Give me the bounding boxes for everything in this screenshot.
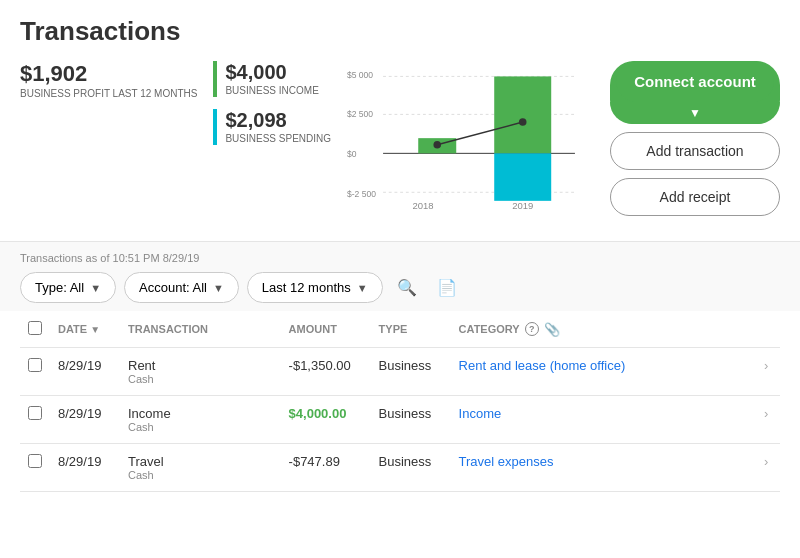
connect-account-chevron[interactable]: ▼ xyxy=(610,102,780,124)
search-button[interactable]: 🔍 xyxy=(391,272,423,303)
income-spending-stats: $4,000 BUSINESS INCOME $2,098 BUSINESS S… xyxy=(213,61,331,145)
account-filter[interactable]: Account: All ▼ xyxy=(124,272,239,303)
action-buttons: Connect account ▼ Add transaction Add re… xyxy=(610,61,780,216)
row-date-0: 8/29/19 xyxy=(50,348,120,396)
row-arrow-2[interactable]: › xyxy=(756,444,780,492)
type-filter-chevron: ▼ xyxy=(90,282,101,294)
category-link-0[interactable]: Rent and lease (home office) xyxy=(459,358,626,373)
account-filter-chevron: ▼ xyxy=(213,282,224,294)
filters-row: Type: All ▼ Account: All ▼ Last 12 month… xyxy=(20,272,780,303)
income-amount: $4,000 xyxy=(225,61,331,84)
y-label-2500: $2 500 xyxy=(347,109,373,119)
account-filter-label: Account: All xyxy=(139,280,207,295)
y-label-neg2500: $-2 500 xyxy=(347,189,376,199)
type-filter[interactable]: Type: All ▼ xyxy=(20,272,116,303)
row-type-2: Business xyxy=(371,444,451,492)
bar-chart: $5 000 $2 500 $0 $-2 500 201 xyxy=(347,61,594,221)
spending-amount: $2,098 xyxy=(225,109,331,132)
page-container: Transactions $1,902 BUSINESS PROFIT LAST… xyxy=(0,0,800,508)
row-arrow-0[interactable]: › xyxy=(756,348,780,396)
date-sort[interactable]: DATE ▼ xyxy=(58,323,112,335)
row-amount-0: -$1,350.00 xyxy=(281,348,371,396)
add-receipt-button[interactable]: Add receipt xyxy=(610,178,780,216)
category-link-1[interactable]: Income xyxy=(459,406,502,421)
date-filter-chevron: ▼ xyxy=(357,282,368,294)
transaction-name-1: Income xyxy=(128,406,273,421)
row-checkbox-0[interactable] xyxy=(28,358,42,372)
row-type-0: Business xyxy=(371,348,451,396)
select-all-checkbox[interactable] xyxy=(28,321,42,335)
row-date-2: 8/29/19 xyxy=(50,444,120,492)
spending-label: BUSINESS SPENDING xyxy=(225,132,331,145)
profit-amount: $1,902 xyxy=(20,61,197,87)
profit-label: BUSINESS PROFIT LAST 12 MONTHS xyxy=(20,87,197,100)
date-filter-label: Last 12 months xyxy=(262,280,351,295)
th-type: TYPE xyxy=(371,311,451,348)
export-button[interactable]: 📄 xyxy=(431,272,463,303)
row-checkbox-cell xyxy=(20,396,50,444)
type-filter-label: Type: All xyxy=(35,280,84,295)
income-stat: $4,000 BUSINESS INCOME xyxy=(213,61,331,97)
th-arrow xyxy=(756,311,780,348)
row-category-2[interactable]: Travel expenses xyxy=(451,444,756,492)
x-label-2019: 2019 xyxy=(512,200,533,211)
row-category-1[interactable]: Income xyxy=(451,396,756,444)
line-dot-2018 xyxy=(433,141,441,149)
top-section: $1,902 BUSINESS PROFIT LAST 12 MONTHS $4… xyxy=(20,61,780,221)
transaction-name-0: Rent xyxy=(128,358,273,373)
row-category-0[interactable]: Rent and lease (home office) xyxy=(451,348,756,396)
chart-area: $5 000 $2 500 $0 $-2 500 201 xyxy=(347,61,594,221)
table-row: 8/29/19 Travel Cash -$747.89 Business Tr… xyxy=(20,444,780,492)
row-transaction-2: Travel Cash xyxy=(120,444,281,492)
y-label-5000: $5 000 xyxy=(347,70,373,80)
bar-2019-income xyxy=(494,76,551,153)
row-amount-2: -$747.89 xyxy=(281,444,371,492)
th-date: DATE ▼ xyxy=(50,311,120,348)
row-amount-1: $4,000.00 xyxy=(281,396,371,444)
connect-account-button[interactable]: Connect account xyxy=(616,61,774,102)
transaction-sub-2: Cash xyxy=(128,469,273,481)
add-transaction-button[interactable]: Add transaction xyxy=(610,132,780,170)
table-header: DATE ▼ TRANSACTION AMOUNT TYPE CATEGORY … xyxy=(20,311,780,348)
row-transaction-0: Rent Cash xyxy=(120,348,281,396)
as-of-text: Transactions as of 10:51 PM 8/29/19 xyxy=(20,252,780,264)
attach-icon: 📎 xyxy=(544,322,560,337)
date-filter[interactable]: Last 12 months ▼ xyxy=(247,272,383,303)
row-type-1: Business xyxy=(371,396,451,444)
row-checkbox-cell xyxy=(20,348,50,396)
bar-2019-spending xyxy=(494,153,551,200)
th-category: CATEGORY ? 📎 xyxy=(451,311,756,348)
spending-stat: $2,098 BUSINESS SPENDING xyxy=(213,109,331,145)
row-transaction-1: Income Cash xyxy=(120,396,281,444)
table-body: 8/29/19 Rent Cash -$1,350.00 Business Re… xyxy=(20,348,780,492)
row-checkbox-2[interactable] xyxy=(28,454,42,468)
th-transaction: TRANSACTION xyxy=(120,311,281,348)
row-checkbox-1[interactable] xyxy=(28,406,42,420)
table-row: 8/29/19 Rent Cash -$1,350.00 Business Re… xyxy=(20,348,780,396)
transaction-sub-1: Cash xyxy=(128,421,273,433)
line-dot-2019 xyxy=(519,118,527,126)
transaction-name-2: Travel xyxy=(128,454,273,469)
row-arrow-1[interactable]: › xyxy=(756,396,780,444)
connect-account-wrapper: Connect account ▼ xyxy=(610,61,780,124)
profit-stat: $1,902 BUSINESS PROFIT LAST 12 MONTHS xyxy=(20,61,197,100)
filters-bar: Transactions as of 10:51 PM 8/29/19 Type… xyxy=(0,241,800,311)
transactions-table: DATE ▼ TRANSACTION AMOUNT TYPE CATEGORY … xyxy=(20,311,780,492)
table-row: 8/29/19 Income Cash $4,000.00 Business I… xyxy=(20,396,780,444)
th-checkbox xyxy=(20,311,50,348)
row-date-1: 8/29/19 xyxy=(50,396,120,444)
row-checkbox-cell xyxy=(20,444,50,492)
y-label-0: $0 xyxy=(347,149,357,159)
category-link-2[interactable]: Travel expenses xyxy=(459,454,554,469)
income-label: BUSINESS INCOME xyxy=(225,84,331,97)
page-title: Transactions xyxy=(20,16,780,47)
category-help-icon[interactable]: ? xyxy=(525,322,539,336)
sort-arrow-icon: ▼ xyxy=(90,324,100,335)
transaction-sub-0: Cash xyxy=(128,373,273,385)
th-amount: AMOUNT xyxy=(281,311,371,348)
x-label-2018: 2018 xyxy=(412,200,433,211)
